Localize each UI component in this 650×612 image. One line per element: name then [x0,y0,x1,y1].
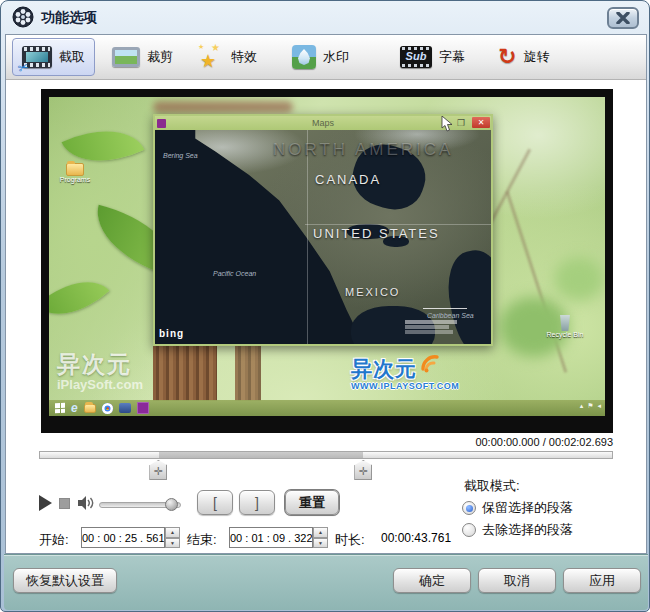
video-frame-content[interactable]: Programs Recycle Bin Maps – ❐ ✕ [49,97,605,416]
tray-volume-icon[interactable]: ◂ [597,402,601,410]
map-label-mexico: MEXICO [345,286,400,298]
end-time-spinner[interactable]: ▲ ▼ [313,527,328,548]
function-options-dialog: 功能选项 ✂ 截取 裁剪 ★★★ 特效 [0,0,650,612]
crop-photo-icon [112,47,140,67]
rotate-arrow-icon: ↻ [498,46,516,68]
tab-label: 裁剪 [147,48,173,66]
map-label-united-states: UNITED STATES [313,226,440,241]
footer-bar: 恢复默认设置 确定 取消 应用 [4,554,648,610]
radio-button[interactable] [462,523,476,537]
start-time-input[interactable] [81,527,165,548]
volume-knob[interactable] [165,498,178,511]
chrome-browser-icon[interactable] [102,403,113,414]
maps-maximize-button[interactable]: ❐ [457,118,465,128]
close-button[interactable] [607,7,639,29]
radio-remove-selection[interactable]: 去除选择的段落 [462,521,573,539]
blurred-decoration [153,101,293,113]
set-start-bracket-button[interactable]: [ [197,490,233,515]
tab-label: 旋转 [523,48,549,66]
mouse-cursor [441,116,453,132]
film-reel-icon [12,6,34,28]
watermark-left-line1: 异次元 [57,349,132,380]
ok-button[interactable]: 确定 [393,568,471,593]
purple-app-icon[interactable] [137,402,149,414]
volume-slider[interactable] [99,502,181,508]
close-icon [616,12,630,24]
tab-trim[interactable]: ✂ 截取 [12,38,95,76]
capture-mode-label: 截取模式: [464,477,520,495]
tab-effects[interactable]: ★★★ 特效 [188,38,267,76]
media-player-icon[interactable] [119,403,131,413]
map-label-pacific-ocean: Pacific Ocean [213,270,256,277]
stop-button[interactable] [59,498,70,509]
timeline-selection[interactable] [159,452,363,458]
blurred-leaf-decoration [554,257,604,301]
radio-keep-selection[interactable]: 保留选择的段落 [462,499,573,517]
end-time-label: 结束: [187,531,217,549]
play-button[interactable] [39,495,52,511]
maps-app-window[interactable]: Maps – ❐ ✕ NORTH AMERICA CANADA UN [153,114,493,346]
us-canada-border-line [305,224,491,225]
tree-trunk [153,345,217,401]
tray-arrow-icon[interactable]: ▴ [580,402,584,410]
map-label-north-america: NORTH AMERICA [273,140,453,160]
explorer-folder-icon[interactable] [84,404,96,413]
trim-start-marker[interactable]: ✛ [149,460,167,480]
watermark-center-line1: 异次元 [351,355,417,383]
tray-flag-icon[interactable]: ⚑ [587,402,593,410]
apply-button[interactable]: 应用 [563,568,641,593]
subtitle-film-icon: Sub [400,46,432,68]
map-copyright-text [405,320,465,334]
set-end-bracket-button[interactable]: ] [239,490,275,515]
tree-trunk [235,345,261,401]
maps-close-button[interactable]: ✕ [472,117,490,128]
reset-button[interactable]: 重置 [285,490,339,515]
ie-browser-icon[interactable]: e [71,402,78,414]
speaker-icon [78,496,95,510]
tab-watermark[interactable]: 水印 [282,38,359,76]
duration-value: 00:00:43.761 [381,531,451,545]
cancel-button[interactable]: 取消 [478,568,556,593]
start-button-icon[interactable] [55,403,65,414]
start-time-label: 开始: [39,531,69,549]
map-label-caribbean-sea: Caribbean Sea [427,312,474,319]
spinner-down-icon[interactable]: ▼ [313,538,328,549]
tab-label: 水印 [323,48,349,66]
watermark-center-line2: WWW.IPLAYSOFT.COM [351,381,459,391]
end-time-input[interactable] [229,527,313,548]
start-time-spinner[interactable]: ▲ ▼ [165,527,180,548]
trim-end-marker[interactable]: ✛ [354,460,372,480]
folder-icon [66,163,84,176]
video-preview-frame: Programs Recycle Bin Maps – ❐ ✕ [41,89,613,433]
desktop-icon-programs[interactable]: Programs [57,163,93,183]
spinner-up-icon[interactable]: ▲ [313,527,328,538]
system-tray[interactable]: ▴ ⚑ ◂ [580,402,601,410]
restore-defaults-button[interactable]: 恢复默认设置 [13,568,117,593]
filmstrip-scissors-icon: ✂ [22,46,52,68]
map-label-bering-sea: Bering Sea [163,152,198,159]
map-label-canada: CANADA [315,172,381,187]
map-canvas[interactable]: NORTH AMERICA CANADA UNITED STATES MEXIC… [155,130,491,344]
playback-time-display: 00:00:00.000 / 00:02:02.693 [341,436,613,448]
tab-subtitles[interactable]: Sub 字幕 [390,38,475,76]
timeline-marker-lane: ✛ ✛ [39,460,613,482]
tab-label: 特效 [231,48,257,66]
timeline-track[interactable] [39,451,613,459]
radio-button[interactable] [462,501,476,515]
spinner-down-icon[interactable]: ▼ [165,538,180,549]
feature-toolbar: ✂ 截取 裁剪 ★★★ 特效 水印 Sub 字幕 [6,35,646,80]
duration-label: 时长: [335,531,365,549]
leaf-decoration [49,262,109,333]
spinner-up-icon[interactable]: ▲ [165,527,180,538]
map-scale-bar [423,308,467,309]
tab-label: 截取 [59,48,85,66]
map-gridline [307,130,308,344]
taskbar[interactable]: e ▴ ⚑ ◂ [49,400,605,416]
title-bar[interactable]: 功能选项 [1,1,649,34]
tab-rotate[interactable]: ↻ 旋转 [488,38,559,76]
watermark-left-line2: iPlaySoft.com [57,377,143,392]
tab-crop[interactable]: 裁剪 [102,38,183,76]
waterdrop-icon [292,45,316,69]
desktop-icon-recycle-bin[interactable]: Recycle Bin [545,315,585,338]
bing-logo: bing [159,328,184,339]
